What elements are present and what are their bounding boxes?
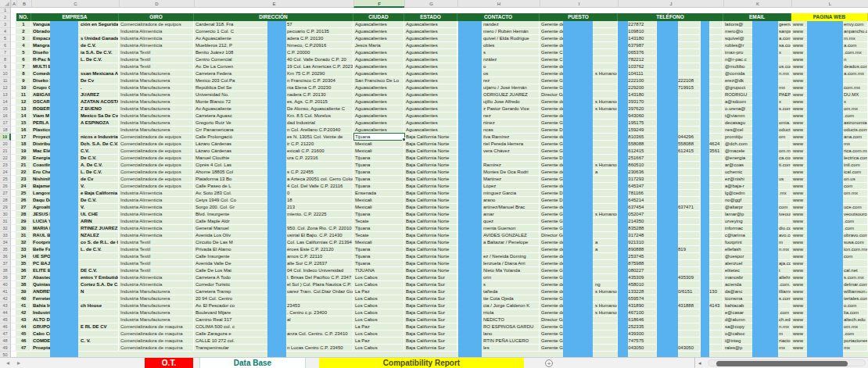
cell-col-a[interactable] <box>11 49 16 56</box>
cell-estado[interactable]: Aguascalientes <box>404 56 457 63</box>
header-estado[interactable]: ESTADO <box>404 13 457 21</box>
cell-no[interactable]: 45 <box>16 330 31 338</box>
cell-ciudad[interactable]: TIJUANA <box>353 267 404 274</box>
header-direccion[interactable]: DIRECCIÓN <box>194 13 353 21</box>
cell-giro[interactable]: Industria Alimenticia <box>119 28 194 35</box>
cell-estado[interactable]: Aguascalientes <box>404 84 457 91</box>
cell-col-a[interactable] <box>11 176 16 183</box>
cell-giro[interactable]: Industria Alimenticia <box>119 281 194 288</box>
cell-no[interactable]: 13 <box>16 105 31 113</box>
cell-giro[interactable]: Comercializadora de maquina <box>119 345 194 352</box>
cell-ciudad[interactable]: Ensenada <box>353 190 404 197</box>
row-header[interactable]: 15 <box>0 105 11 113</box>
row-header[interactable]: 19 <box>0 134 11 141</box>
cell-giro[interactable]: Industria Alimenticia <box>119 190 194 197</box>
cell-col-a[interactable] <box>11 148 16 155</box>
cell-ciudad[interactable]: Tijuana <box>353 225 404 232</box>
cell-giro[interactable]: Comercializadora de equipos <box>119 141 194 148</box>
cell-no[interactable]: 41 <box>16 302 31 309</box>
row-header[interactable]: 31 <box>0 218 11 225</box>
row-header-1[interactable]: 1 <box>0 8 11 13</box>
cell-estado[interactable]: Baja California Norte <box>404 239 457 246</box>
cell-ciudad[interactable]: Mexicali <box>353 148 404 155</box>
cell-ciudad[interactable]: Aguascalientes <box>353 98 404 105</box>
header-col-a[interactable] <box>11 13 16 21</box>
cell-ciudad[interactable]: Tijuana <box>353 253 404 260</box>
cell-no[interactable]: 3 <box>16 35 31 42</box>
cell-estado[interactable]: Baja California Norte <box>404 183 457 190</box>
cell-estado[interactable]: Baja California Sur <box>404 302 457 309</box>
cell-estado[interactable]: Aguascalientes <box>404 91 457 98</box>
row-header[interactable]: 11 <box>0 77 11 84</box>
cell-ciudad[interactable]: Tecate <box>353 218 404 225</box>
cell-estado[interactable]: Baja California Norte <box>404 190 457 197</box>
cell-giro[interactable]: Industria Textil <box>119 49 194 56</box>
cell-no[interactable]: 38 <box>16 281 31 288</box>
cell-giro[interactable]: Industria Alimenticia <box>119 42 194 49</box>
cell-col-a[interactable] <box>11 253 16 260</box>
row-header[interactable]: 44 <box>0 309 11 316</box>
row-header[interactable]: 6 <box>0 42 11 49</box>
cell-col-a[interactable] <box>11 35 16 42</box>
cell-no[interactable]: 25 <box>16 190 31 197</box>
row-header[interactable]: 34 <box>0 239 11 246</box>
cell-no[interactable]: 29 <box>16 218 31 225</box>
cell-no[interactable]: 30 <box>16 225 31 232</box>
cell-no[interactable]: 17 <box>16 134 31 141</box>
cell-ciudad[interactable]: Los Cabos <box>353 302 404 309</box>
cell-no[interactable]: 5 <box>16 49 31 56</box>
cell-col-a[interactable] <box>11 28 16 35</box>
cell-estado[interactable]: Baja California Norte <box>404 155 457 162</box>
cell-col-a[interactable] <box>11 113 16 120</box>
header-telefono[interactable]: TELÉFONO <box>618 13 723 21</box>
cell-estado[interactable]: Baja California Sur <box>404 288 457 295</box>
cell-estado[interactable]: Aguascalientes <box>404 113 457 120</box>
cell-giro[interactable]: Industria Textil <box>119 63 194 70</box>
scrollbar-thumb[interactable] <box>716 361 848 366</box>
cell-ciudad[interactable]: La Paz <box>353 288 404 295</box>
row-header[interactable]: 26 <box>0 183 11 190</box>
column-letter-e[interactable]: E <box>194 0 353 8</box>
cell-col-a[interactable] <box>11 323 16 330</box>
sheet-tab-compatibility-report[interactable]: Compatibility Report <box>319 358 524 368</box>
cell-ciudad[interactable]: Aguascalientes <box>353 84 404 91</box>
cell-estado[interactable]: Baja California Norte <box>404 162 457 169</box>
row-header[interactable]: 40 <box>0 281 11 288</box>
cell-no[interactable]: 6 <box>16 56 31 63</box>
cell-giro[interactable]: Comercializadora de equipos <box>119 21 194 28</box>
row-header-2[interactable]: 2 <box>0 13 11 21</box>
cell-giro[interactable]: Comercializadora de maquina <box>119 338 194 345</box>
scroll-left-icon[interactable]: ◂ <box>698 358 701 368</box>
cell-col-a[interactable] <box>11 98 16 105</box>
cell-col-a[interactable] <box>11 225 16 232</box>
cell-giro[interactable]: Industria Manufacturera <box>119 98 194 105</box>
cell-giro[interactable]: Industria Textil <box>119 267 194 274</box>
cell-ciudad[interactable]: Los Cabos <box>353 345 404 352</box>
column-letter-b[interactable]: B <box>16 0 31 8</box>
cell-col-a[interactable] <box>11 141 16 148</box>
cell-ciudad[interactable]: Los Cabos <box>353 274 404 281</box>
cell-giro[interactable]: Industria Alimenticia <box>119 204 194 211</box>
column-letter-a[interactable]: A <box>11 0 16 8</box>
row-header[interactable]: 29 <box>0 204 11 211</box>
cell-estado[interactable]: Baja California Sur <box>404 323 457 330</box>
cell-no[interactable]: 14 <box>16 113 31 120</box>
cell-col-a[interactable] <box>11 63 16 70</box>
cell-no[interactable]: 37 <box>16 274 31 281</box>
cell-giro[interactable]: Industria Manufacturera <box>119 309 194 316</box>
cell-giro[interactable]: Industria Alimenticia <box>119 274 194 281</box>
cell-no[interactable]: 32 <box>16 239 31 246</box>
cell-estado[interactable]: Baja California Norte <box>404 134 457 141</box>
cell-ciudad[interactable]: Tijuana <box>353 183 404 190</box>
row-header[interactable]: 47 <box>0 330 11 338</box>
row-header[interactable]: 28 <box>0 197 11 204</box>
cell-no[interactable]: 23 <box>16 176 31 183</box>
row-header[interactable]: 4 <box>0 28 11 35</box>
cell-giro[interactable]: Industria Manufacturera <box>119 288 194 295</box>
cell-giro[interactable]: Industria Manufacturera <box>119 316 194 323</box>
select-all-corner[interactable] <box>0 0 11 8</box>
cell-estado[interactable]: Baja California Norte <box>404 260 457 267</box>
cell-no[interactable]: 24 <box>16 183 31 190</box>
cell-giro[interactable]: Industria Manufacturera <box>119 77 194 84</box>
cell-col-a[interactable] <box>11 260 16 267</box>
